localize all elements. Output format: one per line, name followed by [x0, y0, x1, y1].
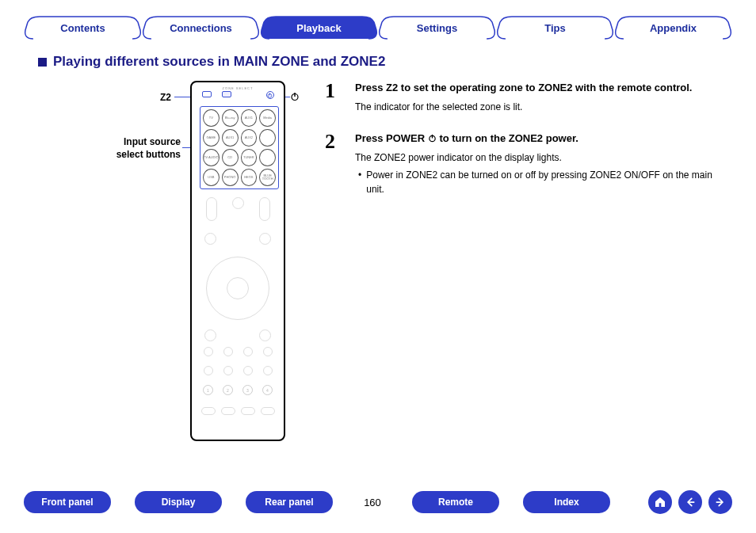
remote-button — [204, 329, 216, 341]
section-heading: Playing different sources in MAIN ZONE a… — [38, 54, 732, 70]
src-btn: Media — [259, 109, 276, 127]
step-2: 2 Press POWER to turn on the ZONE2 power… — [325, 131, 724, 196]
instructions: 1 Press Z2 to set the operating zone to … — [325, 81, 732, 445]
step-title: Press POWER to turn on the ZONE2 power. — [355, 131, 724, 146]
remote-illustration: ZONE SELECT TV Blu-ray AUX1 — [190, 81, 285, 441]
display-button[interactable]: Display — [135, 491, 222, 513]
sound-mode-button — [261, 407, 275, 415]
bottom-bar: Front panel Display Rear panel 160 Remot… — [24, 490, 732, 514]
square-bullet-icon — [38, 58, 47, 67]
tab-label: Contents — [60, 22, 105, 34]
src-btn: TV AUDIO — [203, 149, 220, 166]
tab-label: Tips — [544, 22, 566, 34]
channel-rocker — [206, 197, 217, 221]
input-source-buttons: TV Blu-ray AUX1 Media GAME AUX1 AUX2 TV … — [200, 106, 279, 189]
smart-select-2: 2 — [223, 385, 233, 395]
rear-panel-button[interactable]: Rear panel — [246, 491, 333, 513]
src-btn: TV — [203, 109, 220, 127]
remote-button — [263, 366, 273, 375]
remote-row — [198, 366, 277, 375]
step-number: 1 — [325, 81, 341, 114]
tab-settings[interactable]: Settings — [378, 16, 496, 40]
section-heading-text: Playing different sources in MAIN ZONE a… — [53, 54, 385, 70]
volume-rocker — [259, 197, 270, 221]
remote-button — [204, 366, 213, 375]
tab-label: Connections — [170, 22, 232, 34]
remote-button — [204, 233, 216, 245]
home-button[interactable] — [648, 490, 672, 514]
prev-button[interactable] — [678, 490, 702, 514]
remote-button — [243, 366, 253, 375]
remote-z2-button — [222, 91, 231, 97]
nav-icons — [648, 490, 732, 514]
src-btn: HEOS — [241, 169, 258, 186]
src-btn: TUNER — [241, 149, 258, 166]
remote-row — [198, 329, 277, 341]
src-btn — [259, 129, 276, 147]
remote-power-button — [266, 91, 274, 99]
src-btn: USB — [203, 169, 220, 186]
remote-diagram: Z2 Input source select buttons ZONE SELE… — [40, 81, 293, 445]
src-btn: AUX1 — [241, 109, 258, 127]
home-icon — [654, 496, 666, 508]
step-text: The ZONE2 power indicator on the display… — [355, 150, 724, 165]
tab-label: Appendix — [650, 22, 697, 34]
src-btn: CD — [222, 149, 239, 166]
callout-z2: Z2 — [135, 92, 171, 105]
arrow-right-icon — [715, 497, 726, 508]
front-panel-button[interactable]: Front panel — [24, 491, 111, 513]
remote-dpad — [206, 257, 269, 320]
power-icon — [428, 134, 437, 143]
tab-connections[interactable]: Connections — [142, 16, 260, 40]
remote-button — [259, 233, 271, 245]
callout-input-source: Input source select buttons — [101, 136, 181, 161]
remote-button-link[interactable]: Remote — [412, 491, 499, 513]
remote-side-row — [198, 233, 277, 245]
top-tabs: Contents Connections Playback Settings T… — [24, 16, 732, 40]
step-title: Press Z2 to set the operating zone to ZO… — [355, 81, 724, 95]
sound-mode-button — [241, 407, 255, 415]
sound-mode-button — [221, 407, 235, 415]
callout-power — [290, 92, 300, 105]
remote-rockers — [198, 197, 277, 221]
smart-select-row: 1 2 3 4 — [198, 385, 277, 395]
src-btn: AUX2 — [241, 129, 258, 147]
smart-select-1: 1 — [203, 385, 213, 395]
tab-appendix[interactable]: Appendix — [614, 16, 732, 40]
smart-select-3: 3 — [242, 385, 253, 395]
tab-label: Playback — [296, 22, 341, 34]
tab-contents[interactable]: Contents — [24, 16, 142, 40]
tab-label: Settings — [417, 22, 457, 34]
step-1: 1 Press Z2 to set the operating zone to … — [325, 81, 724, 114]
remote-main-button — [202, 91, 212, 97]
zone-select-label: ZONE SELECT — [192, 86, 284, 90]
step-text: The indicator for the selected zone is l… — [355, 100, 724, 114]
mute-button — [232, 197, 244, 209]
tab-tips[interactable]: Tips — [496, 16, 614, 40]
tab-playback[interactable]: Playback — [260, 16, 378, 40]
power-icon — [290, 92, 300, 101]
sound-mode-row — [198, 407, 277, 415]
step-number: 2 — [325, 131, 341, 196]
remote-button — [263, 347, 273, 356]
remote-button — [223, 366, 233, 375]
remote-button — [204, 347, 213, 356]
src-btn: GAME — [203, 129, 220, 147]
src-btn: BLUE TOOTH — [259, 169, 276, 186]
remote-top-row — [192, 91, 284, 99]
index-button[interactable]: Index — [523, 491, 610, 513]
src-btn — [259, 149, 276, 166]
page-number: 160 — [357, 497, 388, 508]
src-btn: PHONO — [222, 169, 239, 186]
power-icon — [267, 93, 273, 98]
arrow-left-icon — [685, 497, 696, 508]
step-bullet: Power in ZONE2 can be turned on or off b… — [355, 168, 724, 196]
remote-button — [243, 347, 253, 356]
sound-mode-button — [201, 407, 216, 415]
remote-button — [259, 329, 271, 341]
remote-button — [223, 347, 233, 356]
src-btn: Blu-ray — [222, 109, 239, 127]
smart-select-4: 4 — [262, 385, 273, 395]
remote-row — [198, 347, 277, 356]
next-button[interactable] — [708, 490, 732, 514]
